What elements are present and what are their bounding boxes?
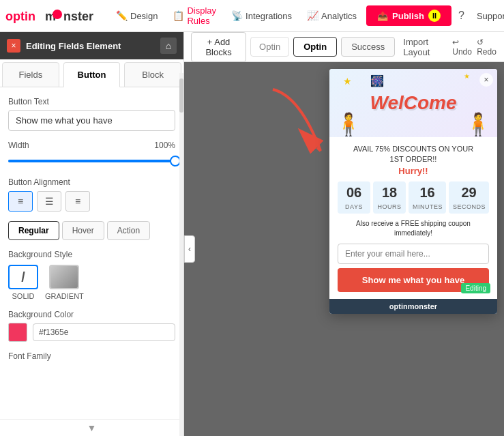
color-hex-input[interactable] xyxy=(33,323,175,341)
help-button[interactable]: ? xyxy=(453,5,470,26)
width-value: 100% xyxy=(154,141,175,150)
countdown-days: 06 DAYS xyxy=(338,181,370,214)
bg-gradient-option[interactable]: GRADIENT xyxy=(45,265,84,300)
integrations-icon: 📡 xyxy=(231,10,243,21)
main-layout: × Editing Fields Element ⌂ Fields Button… xyxy=(0,32,504,436)
welcome-heading: WelCome xyxy=(370,92,456,114)
countdown-days-value: 06 xyxy=(342,184,366,201)
style-tab-regular[interactable]: Regular xyxy=(8,221,59,240)
footer-logo: optinmonster xyxy=(389,302,437,310)
popup-footer: optinmonster xyxy=(329,299,497,314)
right-content: + Add Blocks Optin Optin Success Import … xyxy=(184,32,504,436)
countdown: 06 DAYS 18 HOURS 16 MINUTES 29 xyxy=(338,181,489,214)
alignment-label: Button Alignment xyxy=(8,177,175,187)
style-tab-hover[interactable]: Hover xyxy=(62,221,104,240)
undo-button[interactable]: ↩ Undo xyxy=(452,38,473,57)
tab-button[interactable]: Button xyxy=(63,62,121,87)
align-center-button[interactable]: ☰ xyxy=(37,191,61,212)
nav-design[interactable]: ✏️ Design xyxy=(109,6,164,25)
color-swatch[interactable] xyxy=(8,323,27,342)
button-text-group: Button Text xyxy=(8,97,175,131)
alignment-buttons: ≡ ☰ ≡ xyxy=(8,191,175,212)
width-row: Width 100% xyxy=(8,141,175,150)
sub-tab-success[interactable]: Success xyxy=(341,37,395,57)
collapse-panel-button[interactable]: ‹ xyxy=(184,235,195,263)
nav-integrations-label: Integrations xyxy=(246,11,292,21)
home-button[interactable]: ⌂ xyxy=(160,38,177,54)
sub-tab-optin[interactable]: Optin xyxy=(293,37,337,57)
tab-fields[interactable]: Fields xyxy=(2,62,59,87)
discount-text: AVAIL 75% DISCOUNTS ON YOUR 1ST ORDER!! … xyxy=(338,144,489,177)
nav-display-rules[interactable]: 📋 Display Rules xyxy=(166,1,223,30)
submit-wrapper: Show me what you have Editing xyxy=(338,268,489,292)
left-panel: × Editing Fields Element ⌂ Fields Button… xyxy=(0,32,184,436)
width-label: Width xyxy=(8,141,29,150)
nav-analytics[interactable]: 📈 Analytics xyxy=(300,6,364,25)
bg-color-label: Background Color xyxy=(8,310,175,319)
style-tab-action[interactable]: Action xyxy=(107,221,150,240)
nav-analytics-label: Analytics xyxy=(321,11,357,21)
email-input-group xyxy=(338,244,489,264)
panel-title: Editing Fields Element xyxy=(26,41,121,51)
svg-text:optin: optin xyxy=(5,10,35,23)
canvas-area: ‹ × ★ ★ � xyxy=(184,62,504,436)
width-slider[interactable] xyxy=(8,154,175,168)
import-layout-button[interactable]: Import Layout xyxy=(403,37,443,57)
star-decoration-1: ★ xyxy=(343,76,352,87)
bg-solid-label: SOLID xyxy=(12,292,34,300)
color-row xyxy=(8,323,175,342)
sub-nav: + Add Blocks Optin Optin Success Import … xyxy=(184,32,504,62)
nav-display-rules-label: Display Rules xyxy=(187,5,216,26)
analytics-icon: 📈 xyxy=(307,10,318,21)
countdown-minutes-label: MINUTES xyxy=(413,203,443,210)
slider-fill xyxy=(8,160,175,162)
countdown-hours: 18 HOURS xyxy=(373,181,406,214)
display-rules-icon: 📋 xyxy=(173,10,184,21)
bg-gradient-box xyxy=(49,265,79,289)
email-input[interactable] xyxy=(338,244,489,264)
popup: × ★ ★ 🎆 ★ 🧍 🧍 WelCome AVAIL 75% DISCOUNT… xyxy=(329,69,497,314)
tab-block[interactable]: Block xyxy=(124,62,181,87)
redo-button[interactable]: ↺ Redo xyxy=(477,38,497,57)
free-shipping-text: Also receive a FREE shipping coupon imme… xyxy=(338,219,489,238)
support-button[interactable]: Support xyxy=(471,7,504,25)
svg-point-2 xyxy=(53,10,62,19)
font-family-label: Font Family xyxy=(8,351,175,361)
bg-solid-option[interactable]: / SOLID xyxy=(8,265,38,300)
add-blocks-button[interactable]: + Add Blocks xyxy=(191,32,246,62)
countdown-seconds-label: SECONDS xyxy=(453,203,486,210)
panel-header: × Editing Fields Element ⌂ xyxy=(0,32,183,59)
countdown-days-label: DAYS xyxy=(345,203,363,210)
logo[interactable]: optin m nster xyxy=(5,5,101,26)
countdown-minutes-value: 16 xyxy=(413,184,442,201)
top-nav: optin m nster ✏️ Design 📋 Display Rules … xyxy=(0,0,504,32)
countdown-hours-value: 18 xyxy=(377,184,402,201)
button-text-input[interactable] xyxy=(8,110,175,131)
discount-line1: AVAIL 75% DISCOUNTS ON YOUR xyxy=(353,145,473,153)
panel-tabs: Fields Button Block xyxy=(0,59,183,87)
publish-button[interactable]: 📤 Publish II xyxy=(366,5,451,26)
svg-text:nster: nster xyxy=(63,10,93,23)
bg-style-label: Background Style xyxy=(8,250,175,259)
align-right-button[interactable]: ≡ xyxy=(65,191,90,212)
editing-badge: Editing xyxy=(461,283,490,293)
popup-body: AVAIL 75% DISCOUNTS ON YOUR 1ST ORDER!! … xyxy=(329,137,497,299)
close-panel-button[interactable]: × xyxy=(7,39,20,53)
publish-badge: II xyxy=(428,10,441,22)
figure-left: 🧍 xyxy=(335,111,362,137)
align-left-button[interactable]: ≡ xyxy=(8,191,33,212)
countdown-minutes: 16 MINUTES xyxy=(409,181,446,214)
scroll-down-button[interactable]: ▼ xyxy=(0,419,183,436)
popup-close-button[interactable]: × xyxy=(479,73,493,87)
nav-integrations[interactable]: 📡 Integrations xyxy=(224,6,299,25)
countdown-hours-label: HOURS xyxy=(377,203,401,210)
countdown-seconds: 29 SECONDS xyxy=(449,181,489,214)
yes-no-button[interactable]: Optin xyxy=(250,37,289,57)
bg-solid-box: / xyxy=(8,265,38,289)
popup-header: × ★ ★ 🎆 ★ 🧍 🧍 WelCome xyxy=(329,69,497,137)
publish-icon: 📤 xyxy=(377,11,388,21)
style-tabs: Regular Hover Action xyxy=(8,221,175,240)
countdown-seconds-value: 29 xyxy=(453,184,485,201)
undo-redo-group: ↩ Undo ↺ Redo xyxy=(452,38,497,57)
bg-gradient-label: GRADIENT xyxy=(45,292,84,300)
